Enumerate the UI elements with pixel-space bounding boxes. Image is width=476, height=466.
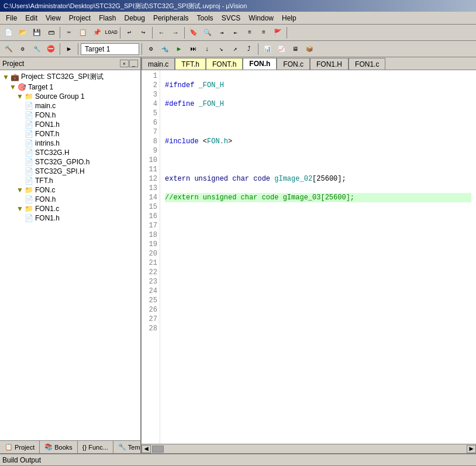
window1-btn[interactable]: 📊 xyxy=(261,43,274,56)
horizontal-scrollbar[interactable]: ◀ ▶ xyxy=(142,444,476,453)
sep7 xyxy=(78,43,78,55)
tree-item-stc32g-h[interactable]: 📄 STC32G.H xyxy=(1,148,139,157)
tree-item-stc32g-gpio[interactable]: 📄 STC32G_GPIO.h xyxy=(1,157,139,167)
project-tree: ▼ 💼 Project: STC32G_SPI测试 ▼ 🎯 Target 1 ▼… xyxy=(0,70,140,440)
tree-item-fon-h2[interactable]: 📄 FON.h xyxy=(1,195,139,204)
menu-project[interactable]: Project xyxy=(65,13,94,23)
run2-btn[interactable]: ⏭ xyxy=(187,43,199,56)
sep5 xyxy=(287,27,287,39)
rebuild-btn[interactable]: 🔧 xyxy=(30,43,43,56)
unindent-btn[interactable]: ⇤ xyxy=(229,26,242,39)
code-editor[interactable]: 12345 678910 1112131415 1617181920 21222… xyxy=(142,70,476,444)
tree-item-intrins-h[interactable]: 📄 intrins.h xyxy=(1,139,139,148)
redo-btn[interactable]: ↪ xyxy=(137,26,150,39)
undo-btn[interactable]: ↩ xyxy=(123,26,136,39)
menu-help[interactable]: Help xyxy=(278,13,300,23)
tree-item-tft-h[interactable]: 📄 TFT.h xyxy=(1,176,139,185)
load-btn[interactable]: LOAD xyxy=(105,26,118,39)
menu-tools[interactable]: Tools xyxy=(194,13,217,23)
save-all-btn[interactable]: 🗃 xyxy=(44,26,57,39)
menu-window[interactable]: Window xyxy=(245,13,277,23)
tab-font-h[interactable]: FONT.h xyxy=(206,58,243,70)
tree-item-fon1-h1[interactable]: 📄 FON1.h xyxy=(1,120,139,129)
paste-btn[interactable]: 📌 xyxy=(91,26,104,39)
tree-item-target1[interactable]: ▼ 🎯 Target 1 xyxy=(1,82,139,92)
menu-debug[interactable]: Debug xyxy=(121,13,149,23)
scroll-right-btn[interactable]: ▶ xyxy=(467,445,476,453)
stop-btn[interactable]: ⛔ xyxy=(44,43,57,56)
tree-item-fon-c[interactable]: ▼ 📁 FON.c xyxy=(1,185,139,195)
scroll-left-btn[interactable]: ◀ xyxy=(142,445,151,453)
indent-btn[interactable]: ⇥ xyxy=(215,26,228,39)
tree-item-fon-h1[interactable]: 📄 FON.h xyxy=(1,111,139,120)
tab-fon-h[interactable]: FON.h xyxy=(243,58,277,70)
window3-btn[interactable]: 🖥 xyxy=(289,43,302,56)
bookmark-btn[interactable]: 🔖 xyxy=(187,26,200,39)
build-all-btn[interactable]: ⚙ xyxy=(16,43,29,56)
proj-tab-temp[interactable]: 🔧Temp... xyxy=(113,441,142,453)
copy-btn[interactable]: 📋 xyxy=(77,26,89,39)
menu-file[interactable]: File xyxy=(2,13,20,23)
save-btn[interactable]: 💾 xyxy=(30,26,43,39)
tree-item-root[interactable]: ▼ 💼 Project: STC32G_SPI测试 xyxy=(1,71,139,82)
nav-back-btn[interactable]: ← xyxy=(155,26,168,39)
open-btn[interactable]: 📂 xyxy=(16,26,29,39)
tab-fon1-h[interactable]: FON1.H xyxy=(310,58,349,70)
options2-btn[interactable]: 🔩 xyxy=(158,43,171,56)
proj-tab-project[interactable]: 📋Project xyxy=(0,441,40,453)
tree-item-fon1-h2[interactable]: 📄 FON1.h xyxy=(1,213,139,223)
code-content[interactable]: #ifndef _FON_H #define _FON_H #include <… xyxy=(160,70,476,444)
code-line-12 xyxy=(165,286,471,296)
menu-edit[interactable]: Edit xyxy=(22,13,41,23)
sep3 xyxy=(152,27,153,39)
step-btn[interactable]: ↓ xyxy=(201,43,213,56)
options-btn[interactable]: ⚙ xyxy=(144,43,157,56)
code-line-6: extern unsigned char code gImage_02[2560… xyxy=(165,174,471,184)
window2-btn[interactable]: 📈 xyxy=(275,43,288,56)
code-line-20 xyxy=(165,436,471,444)
tree-label-fon-c: FON.c xyxy=(35,186,56,194)
proj-tab-func[interactable]: {}Func... xyxy=(78,441,113,453)
nav-fwd-btn[interactable]: → xyxy=(169,26,182,39)
project-close-btn[interactable]: × xyxy=(120,60,129,67)
code-line-5 xyxy=(165,156,471,165)
step2-btn[interactable]: ↘ xyxy=(215,43,227,56)
find-btn[interactable]: 🔍 xyxy=(201,26,214,39)
code-line-8 xyxy=(165,212,471,221)
menu-peripherals[interactable]: Peripherals xyxy=(150,13,192,23)
tab-fon1-c[interactable]: FON1.c xyxy=(349,58,385,70)
flag-btn[interactable]: 🚩 xyxy=(271,26,284,39)
code-line-16 xyxy=(165,361,471,371)
new-file-btn[interactable]: 📄 xyxy=(2,26,15,39)
build-btn[interactable]: 🔨 xyxy=(2,43,15,56)
proj-tab-books[interactable]: 📚Books xyxy=(40,441,78,453)
run-btn[interactable]: ▶ xyxy=(173,43,185,56)
tree-item-fon1-c[interactable]: ▼ 📁 FON1.c xyxy=(1,204,139,213)
scrollbar-thumb[interactable] xyxy=(152,446,164,453)
code-line-13 xyxy=(165,305,471,315)
tree-label-stc32g-h: STC32G.H xyxy=(35,149,70,157)
toolbar-1: 📄 📂 💾 🗃 ✂ 📋 📌 LOAD ↩ ↪ ← → 🔖 🔍 ⇥ ⇤ ≡ ≡ 🚩 xyxy=(0,25,476,41)
menu-svcs[interactable]: SVCS xyxy=(218,13,244,23)
tab-main-c[interactable]: main.c xyxy=(142,58,175,70)
tree-item-font-h[interactable]: 📄 FONT.h xyxy=(1,129,139,139)
project-pin-btn[interactable]: _ xyxy=(129,60,138,67)
tab-fon-c[interactable]: FON.c xyxy=(277,58,310,70)
step3-btn[interactable]: ↗ xyxy=(229,43,242,56)
tree-label-tft-h: TFT.h xyxy=(35,177,53,185)
tree-item-main-c[interactable]: 📄 main.c xyxy=(1,101,139,111)
menu-view[interactable]: View xyxy=(42,13,64,23)
project-panel: Project × _ ▼ 💼 Project: STC32G_SPI测试 ▼ … xyxy=(0,57,142,453)
window4-btn[interactable]: 📦 xyxy=(303,43,316,56)
tree-item-stc32g-spi[interactable]: 📄 STC32G_SPI.H xyxy=(1,167,139,176)
debug-start-btn[interactable]: ▶ xyxy=(63,43,75,56)
step4-btn[interactable]: ⤴ xyxy=(243,43,256,56)
tree-item-sourcegroup[interactable]: ▼ 📁 Source Group 1 xyxy=(1,92,139,101)
code-line-11 xyxy=(165,268,471,277)
more1-btn[interactable]: ≡ xyxy=(243,26,256,39)
target-selector[interactable]: Target 1 xyxy=(81,43,139,55)
tab-tft-h[interactable]: TFT.h xyxy=(175,58,206,70)
more2-btn[interactable]: ≡ xyxy=(257,26,270,39)
menu-flash[interactable]: Flash xyxy=(95,13,119,23)
cut-btn[interactable]: ✂ xyxy=(63,26,75,39)
